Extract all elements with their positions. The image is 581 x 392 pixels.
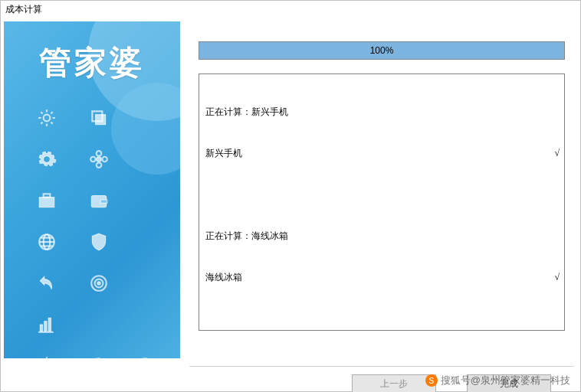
window-title: 成本计算	[1, 1, 580, 18]
svg-rect-29	[44, 322, 47, 332]
sidebar-panel: 管家婆	[4, 21, 180, 358]
flower-icon	[87, 147, 111, 172]
sidebar-icon-grid	[34, 106, 165, 358]
log-textarea[interactable]: 正在计算：新兴手机 新兴手机√ 正在计算：海线冰箱 海线冰箱√ 成本计算完成。 …	[199, 74, 565, 331]
bar-chart-icon	[34, 312, 59, 337]
target-icon	[87, 271, 111, 296]
previous-button[interactable]: 上一步	[352, 374, 436, 393]
svg-line-5	[41, 112, 42, 113]
log-line: 正在计算：海线冰箱	[205, 229, 558, 243]
gear-icon	[34, 147, 59, 172]
svg-point-12	[97, 151, 102, 156]
sun-icon	[34, 106, 59, 130]
pie-chart-icon	[87, 354, 111, 358]
svg-rect-17	[44, 194, 51, 197]
shield-icon	[87, 230, 111, 254]
svg-rect-30	[48, 318, 51, 331]
progress-bar: 100%	[199, 41, 565, 60]
svg-rect-19	[100, 200, 107, 203]
svg-line-8	[51, 112, 52, 113]
check-icon: √	[554, 270, 558, 284]
brand-logo-text: 管家婆	[4, 41, 180, 84]
svg-line-7	[41, 122, 42, 123]
log-line: 海线冰箱√	[205, 270, 558, 284]
briefcase-icon	[34, 188, 59, 213]
log-line: 新兴手机√	[205, 146, 558, 160]
log-line	[205, 188, 558, 201]
globe-icon	[34, 230, 59, 254]
undo-icon	[34, 271, 59, 296]
star-icon	[34, 354, 59, 358]
svg-point-11	[97, 157, 102, 162]
minus-circle-icon	[133, 354, 157, 358]
check-icon: √	[554, 146, 558, 160]
svg-point-13	[97, 162, 102, 168]
button-bar: 上一步 完成	[189, 366, 574, 392]
wallet-icon	[87, 188, 111, 213]
svg-point-27	[97, 282, 100, 285]
svg-point-14	[90, 157, 96, 162]
content-area: 管家婆	[1, 18, 580, 392]
main-panel: 100% 正在计算：新兴手机 新兴手机√ 正在计算：海线冰箱 海线冰箱√ 成本计…	[189, 21, 574, 358]
svg-rect-9	[96, 115, 106, 125]
svg-rect-16	[39, 198, 54, 207]
log-line: 正在计算：新兴手机	[205, 105, 558, 119]
progress-fill: 100%	[199, 42, 564, 59]
finish-button[interactable]: 完成	[467, 374, 551, 393]
svg-point-15	[102, 157, 107, 162]
progress-percent-text: 100%	[370, 45, 394, 56]
copy-icon	[87, 106, 111, 130]
svg-point-0	[44, 115, 51, 122]
svg-line-6	[51, 122, 52, 123]
svg-rect-28	[40, 325, 42, 332]
window: 成本计算 管家婆	[0, 0, 581, 392]
log-line	[205, 312, 558, 325]
